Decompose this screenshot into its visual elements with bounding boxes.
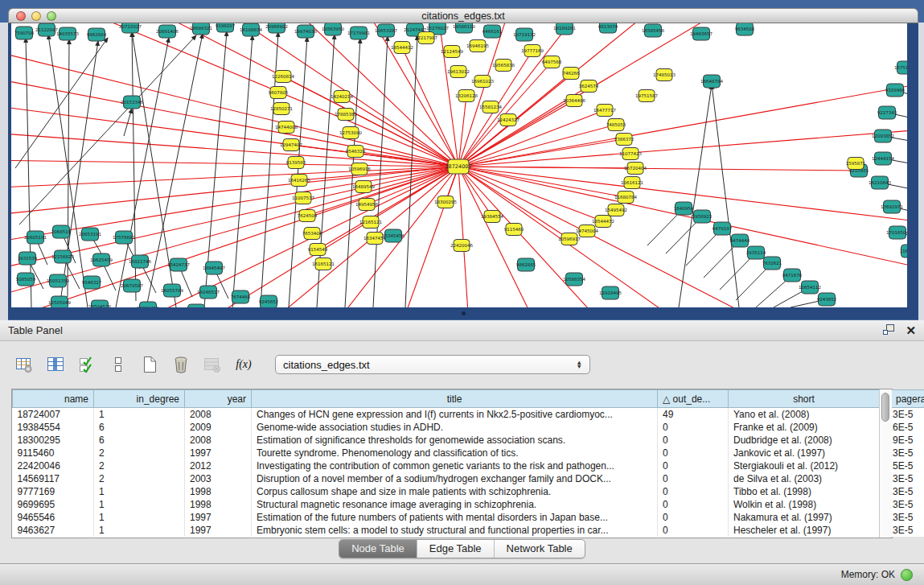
network-node[interactable]: 7653404: [302, 228, 322, 240]
network-node[interactable]: 9243652: [817, 293, 837, 306]
network-node[interactable]: 9546327: [82, 276, 102, 289]
network-node[interactable]: 18189281: [553, 23, 576, 35]
network-node[interactable]: 10596916: [348, 163, 371, 175]
cell-out_de[interactable]: 0: [658, 459, 729, 472]
network-node[interactable]: 2068519: [51, 225, 72, 238]
network-node[interactable]: 18504528: [88, 300, 111, 307]
cell-short[interactable]: Franke et al. (2009): [729, 421, 880, 434]
minimize-window-icon[interactable]: [31, 11, 41, 21]
network-node[interactable]: 20679587: [121, 279, 143, 292]
cell-out_de[interactable]: 0: [658, 434, 729, 447]
network-node[interactable]: 18544412: [391, 42, 413, 54]
cell-name[interactable]: 18724007: [13, 408, 94, 422]
network-node[interactable]: 19751587: [635, 90, 658, 102]
network-node[interactable]: 20364486: [563, 95, 585, 107]
network-node[interactable]: 12424327: [497, 114, 519, 126]
cell-in_degree[interactable]: 1: [94, 498, 185, 511]
network-node[interactable]: 19483657: [690, 27, 713, 40]
network-node[interactable]: 2935114: [746, 246, 766, 259]
network-node[interactable]: 8813074: [598, 23, 618, 33]
network-node[interactable]: 1167534: [900, 245, 907, 257]
network-node[interactable]: 19586110: [453, 23, 475, 33]
tab-network-table[interactable]: Network Table: [494, 540, 585, 558]
cell-name[interactable]: 9465546: [13, 511, 94, 524]
network-node[interactable]: 5085059: [16, 273, 36, 286]
network-node[interactable]: 10625459: [90, 253, 113, 266]
cell-out_de[interactable]: 0: [658, 472, 729, 485]
network-node[interactable]: 16416265: [288, 175, 310, 187]
network-node[interactable]: 17485013: [653, 69, 676, 81]
network-node[interactable]: 18945497: [203, 262, 225, 274]
cell-in_degree[interactable]: 2: [94, 447, 185, 459]
cell-year[interactable]: 2012: [185, 459, 252, 472]
table-scrollbar[interactable]: [879, 389, 892, 538]
cell-name[interactable]: 9777169: [13, 485, 94, 498]
cell-title[interactable]: Disruption of a novel member of a sodium…: [252, 472, 658, 485]
network-node[interactable]: 10563950: [322, 23, 344, 35]
table-mode-icon[interactable]: [14, 355, 34, 374]
table-selector-dropdown[interactable]: citations_edges.txt ▲▼: [275, 355, 590, 374]
cell-in_degree[interactable]: 2: [94, 472, 185, 485]
network-canvas[interactable]: 7590708211220971403557398628842072202720…: [11, 23, 907, 307]
network-node[interactable]: 16108834: [240, 23, 262, 36]
network-node[interactable]: 17179981: [347, 27, 370, 39]
cell-title[interactable]: Changes of HCN gene expression and I(f) …: [252, 408, 658, 422]
cell-title[interactable]: Estimation of significance thresholds fo…: [252, 434, 658, 447]
cell-name[interactable]: 14569117: [13, 472, 94, 485]
column-header-title[interactable]: title: [252, 390, 658, 408]
cell-out_de[interactable]: 49: [658, 408, 729, 422]
cell-out_de[interactable]: 0: [658, 524, 729, 537]
network-node[interactable]: 7632621: [762, 257, 782, 270]
network-node[interactable]: 18544472: [592, 216, 614, 228]
network-node[interactable]: 9634508: [735, 23, 755, 35]
new-table-icon[interactable]: [140, 355, 159, 374]
network-node[interactable]: 9115460: [504, 224, 524, 236]
table-row[interactable]: 1938455462009Genome-wide association stu…: [13, 421, 924, 434]
network-node[interactable]: 13424737: [167, 258, 190, 271]
network-node[interactable]: 15051350: [47, 274, 69, 287]
network-node[interactable]: 6497568: [542, 56, 562, 68]
network-node[interactable]: 9198207: [216, 23, 236, 32]
network-node[interactable]: 11680784: [614, 192, 637, 204]
network-node[interactable]: 16165121: [312, 258, 335, 270]
column-header-short[interactable]: short: [729, 390, 880, 408]
network-node[interactable]: 16648784: [700, 75, 723, 88]
cell-out_de[interactable]: 0: [658, 498, 729, 511]
network-node[interactable]: 9474444: [730, 234, 750, 247]
table-row[interactable]: 911546021997Tourette syndrome. Phenomeno…: [13, 447, 924, 459]
table-row[interactable]: 1830029562008Estimation of significance …: [13, 434, 924, 447]
network-node[interactable]: 19777169: [521, 45, 544, 57]
network-node[interactable]: 9607805: [269, 87, 289, 99]
network-node[interactable]: 10719132: [513, 28, 536, 41]
network-node[interactable]: 7674468: [231, 290, 251, 303]
network-node[interactable]: 19974038: [294, 25, 317, 38]
cell-name[interactable]: 9463627: [13, 524, 94, 537]
network-node[interactable]: 12124549: [441, 46, 463, 58]
network-node[interactable]: 15821746: [129, 255, 151, 268]
network-node[interactable]: 12093852: [872, 130, 894, 142]
network-node[interactable]: 7485053: [606, 119, 626, 131]
network-node[interactable]: 18724007: [445, 159, 471, 174]
network-node[interactable]: 9154549: [308, 244, 328, 256]
cell-year[interactable]: 1997: [185, 511, 252, 524]
cell-name[interactable]: 19384554: [13, 421, 94, 434]
network-node[interactable]: 9245652: [259, 295, 279, 307]
cell-title[interactable]: Tourette syndrome. Phenomenology and cla…: [252, 447, 658, 459]
cell-short[interactable]: Jankovic et al. (1997): [729, 447, 880, 459]
network-node[interactable]: 22420046: [450, 240, 473, 252]
network-node[interactable]: 13692971: [881, 200, 903, 213]
select-all-icon[interactable]: [77, 355, 97, 374]
network-node[interactable]: 17016504: [886, 226, 907, 239]
window-titlebar[interactable]: citations_edges.txt: [8, 8, 918, 23]
cell-in_degree[interactable]: 1: [94, 408, 185, 422]
network-node[interactable]: 19613012: [447, 66, 470, 78]
cell-year[interactable]: 1998: [185, 485, 252, 498]
cell-title[interactable]: Genome-wide association studies in ADHD.: [252, 421, 658, 434]
network-node[interactable]: 1595871: [846, 158, 866, 170]
network-node[interactable]: 17576681: [113, 231, 135, 244]
network-node[interactable]: 1640954: [674, 202, 694, 215]
cell-title[interactable]: Embryonic stem cells: a model to study s…: [252, 524, 658, 537]
column-header-year[interactable]: year: [185, 390, 252, 408]
network-node[interactable]: 10596917: [558, 233, 581, 245]
cell-in_degree[interactable]: 6: [94, 421, 185, 434]
